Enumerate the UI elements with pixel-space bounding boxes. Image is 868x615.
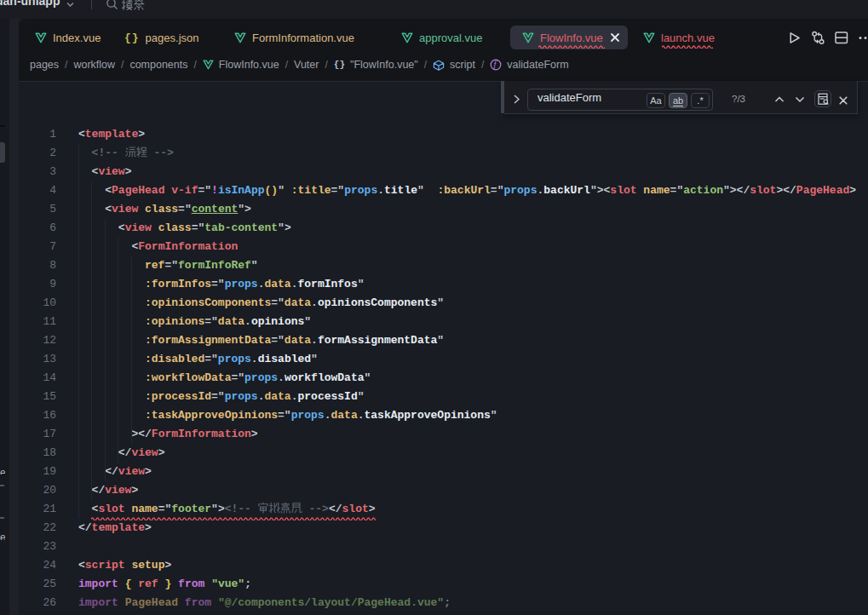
svg-text:f: f [494, 60, 497, 69]
